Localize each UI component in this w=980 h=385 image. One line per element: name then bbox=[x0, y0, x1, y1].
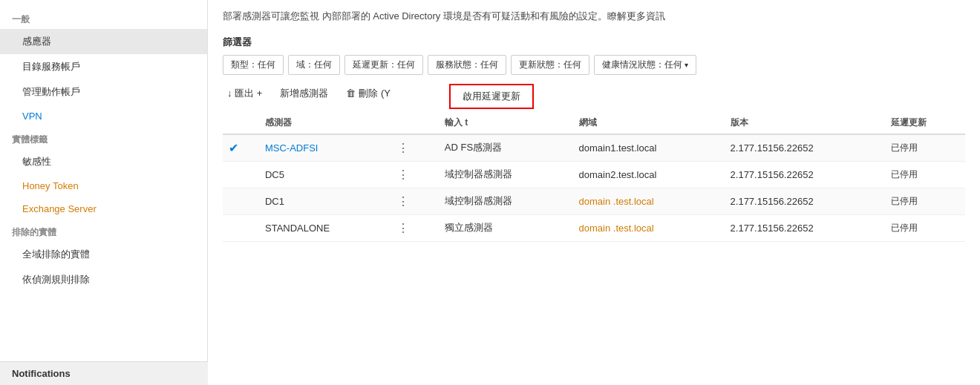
row-delayed-status: 已停用 bbox=[885, 134, 965, 162]
sidebar-item-vpn[interactable]: VPN bbox=[0, 105, 207, 128]
status-badge: 已停用 bbox=[891, 196, 918, 206]
col-header-delayed: 延遲更新 bbox=[885, 112, 965, 134]
export-button[interactable]: ↓ 匯出 + bbox=[223, 84, 267, 103]
main-content: 部署感測器可讓您監視 內部部署的 Active Directory 環境是否有可… bbox=[208, 0, 980, 385]
table-row: DC1⋮域控制器感測器domain .test.local2.177.15156… bbox=[223, 188, 965, 214]
row-version: 2.177.15156.22652 bbox=[725, 188, 885, 214]
row-domain: domain .test.local bbox=[573, 214, 725, 241]
sidebar-item-manage-actions[interactable]: 管理動作帳戶 bbox=[0, 79, 207, 105]
enable-delayed-update-popup[interactable]: 啟用延遲更新 bbox=[449, 84, 534, 109]
sensors-table: 感測器輸入 t網域版本延遲更新 ✔MSC-ADFSI⋮AD FS感測器domai… bbox=[223, 112, 965, 242]
status-badge: 已停用 bbox=[891, 142, 918, 153]
filter-service-status[interactable]: 服務狀態：任何 bbox=[428, 55, 506, 75]
row-domain: domain .test.local bbox=[573, 188, 725, 214]
row-version: 2.177.15156.22652 bbox=[725, 161, 885, 188]
table-row: STANDALONE⋮獨立感測器domain .test.local2.177.… bbox=[223, 214, 965, 241]
row-dots-menu[interactable]: ⋮ bbox=[388, 214, 439, 241]
row-domain: domain2.test.local bbox=[573, 161, 725, 188]
row-input-type: 域控制器感測器 bbox=[439, 161, 573, 188]
row-dots-menu[interactable]: ⋮ bbox=[388, 134, 439, 162]
domain-warning: domain .test.local bbox=[579, 196, 654, 207]
sidebar-item-honey-token[interactable]: Honey Token bbox=[0, 174, 207, 197]
sidebar-item-sensors[interactable]: 感應器 bbox=[0, 29, 207, 54]
row-check bbox=[223, 188, 259, 214]
col-header-sensor: 感測器 bbox=[259, 112, 388, 134]
table-row: ✔MSC-ADFSI⋮AD FS感測器domain1.test.local2.1… bbox=[223, 134, 965, 162]
sidebar-item-directory-service[interactable]: 目錄服務帳戶 bbox=[0, 54, 207, 79]
filter-domain[interactable]: 域：任何 bbox=[288, 55, 340, 75]
row-delayed-status: 已停用 bbox=[885, 188, 965, 214]
row-version: 2.177.15156.22652 bbox=[725, 134, 885, 162]
toolbar: ↓ 匯出 + 新增感測器 🗑 刪除 (Y 啟用延遲更新 bbox=[223, 84, 965, 103]
sidebar-section-label: 一般 bbox=[0, 7, 207, 29]
row-sensor-name: STANDALONE bbox=[259, 214, 388, 241]
row-sensor-name[interactable]: MSC-ADFSI bbox=[259, 134, 388, 162]
sensors-table-container: 感測器輸入 t網域版本延遲更新 ✔MSC-ADFSI⋮AD FS感測器domai… bbox=[223, 112, 965, 242]
sidebar-section-label: 排除的實體 bbox=[0, 220, 207, 242]
filter-delayed-update[interactable]: 延遲更新：任何 bbox=[344, 55, 423, 75]
add-sensor-button[interactable]: 新增感測器 bbox=[275, 84, 333, 103]
filter-update-status[interactable]: 更新狀態：任何 bbox=[511, 55, 589, 75]
row-check bbox=[223, 161, 259, 188]
row-input-type: 域控制器感測器 bbox=[439, 188, 573, 214]
notifications-label: Notifications bbox=[12, 368, 71, 379]
sidebar: 一般感應器目錄服務帳戶管理動作帳戶VPN實體標籤敏感性Honey TokenEx… bbox=[0, 0, 208, 385]
notifications-bar[interactable]: Notifications bbox=[0, 361, 208, 385]
col-header-check bbox=[223, 112, 259, 134]
row-sensor-name: DC1 bbox=[259, 188, 388, 214]
sidebar-item-sensitivity[interactable]: 敏感性 bbox=[0, 149, 207, 174]
filter-type[interactable]: 類型：任何 bbox=[223, 55, 284, 75]
dots-menu-button[interactable]: ⋮ bbox=[394, 168, 412, 182]
col-header-input: 輸入 t bbox=[439, 112, 573, 134]
domain-warning: domain .test.local bbox=[579, 223, 654, 234]
row-check: ✔ bbox=[223, 134, 259, 162]
row-dots-menu[interactable]: ⋮ bbox=[388, 161, 439, 188]
check-icon: ✔ bbox=[229, 142, 238, 154]
delete-button[interactable]: 🗑 刪除 (Y bbox=[342, 84, 395, 103]
sidebar-item-exchange-server[interactable]: Exchange Server bbox=[0, 197, 207, 220]
row-check bbox=[223, 214, 259, 241]
filters-row: 類型：任何域：任何延遲更新：任何服務狀態：任何更新狀態：任何健康情況狀態：任何 bbox=[223, 55, 965, 75]
filters-label: 篩選器 bbox=[223, 36, 965, 49]
status-badge: 已停用 bbox=[891, 169, 918, 180]
description-text: 部署感測器可讓您監視 內部部署的 Active Directory 環境是否有可… bbox=[223, 9, 965, 24]
dots-menu-button[interactable]: ⋮ bbox=[394, 141, 412, 155]
row-version: 2.177.15156.22652 bbox=[725, 214, 885, 241]
row-dots-menu[interactable]: ⋮ bbox=[388, 188, 439, 214]
filter-health-status[interactable]: 健康情況狀態：任何 bbox=[594, 55, 696, 75]
status-badge: 已停用 bbox=[891, 223, 918, 233]
dots-menu-button[interactable]: ⋮ bbox=[394, 221, 412, 235]
row-input-type: 獨立感測器 bbox=[439, 214, 573, 241]
dots-menu-button[interactable]: ⋮ bbox=[394, 194, 412, 208]
table-row: DC5⋮域控制器感測器domain2.test.local2.177.15156… bbox=[223, 161, 965, 188]
row-delayed-status: 已停用 bbox=[885, 214, 965, 241]
col-header-domain: 網域 bbox=[573, 112, 725, 134]
sidebar-section-label: 實體標籤 bbox=[0, 128, 207, 149]
row-domain: domain1.test.local bbox=[573, 134, 725, 162]
col-header-version: 版本 bbox=[725, 112, 885, 134]
sidebar-item-rule-exclude[interactable]: 依偵測規則排除 bbox=[0, 267, 207, 292]
sidebar-item-global-exclude[interactable]: 全域排除的實體 bbox=[0, 242, 207, 267]
row-delayed-status: 已停用 bbox=[885, 161, 965, 188]
row-sensor-name: DC5 bbox=[259, 161, 388, 188]
sensor-link[interactable]: MSC-ADFSI bbox=[265, 142, 318, 154]
col-header-dots bbox=[388, 112, 439, 134]
row-input-type: AD FS感測器 bbox=[439, 134, 573, 162]
